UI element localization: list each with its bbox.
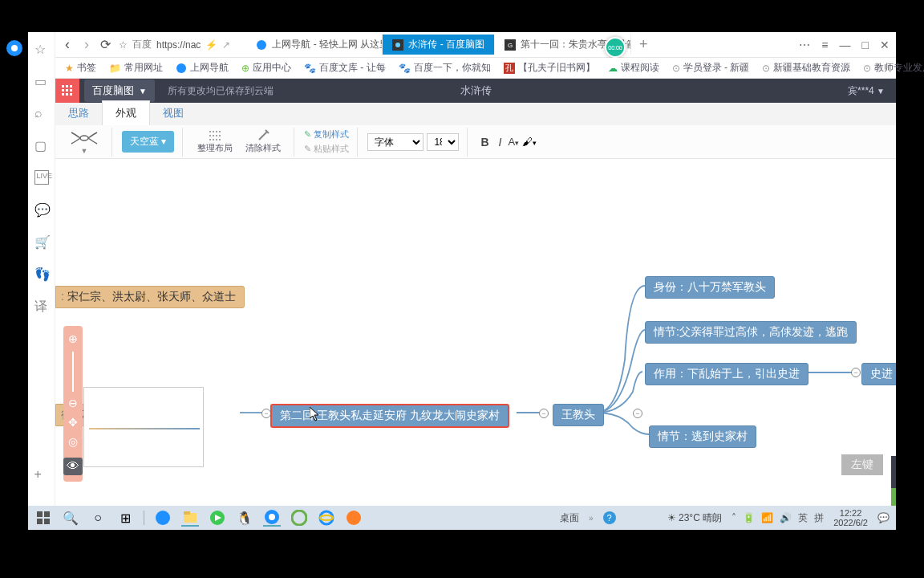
locate-button[interactable]: ◎ [66,435,80,450]
maximize-button[interactable]: □ [862,39,869,51]
auto-layout-button[interactable]: 整理布局 [192,128,237,156]
zoom-in-button[interactable]: ⊕ [66,332,80,347]
zoom-out-button[interactable]: ⊖ [66,397,80,411]
bookmark-item[interactable]: ⊕应用中心 [241,61,291,75]
start-button[interactable] [34,509,52,527]
paste-style-button[interactable]: ✎ 粘贴样式 [304,143,349,155]
nav-forward-button[interactable]: › [81,36,92,53]
firefox-taskbar-icon[interactable] [345,509,363,527]
reload-button[interactable]: ⟳ [100,37,111,52]
clock[interactable]: 12:22 2022/6/2 [833,508,868,527]
bookmark-item[interactable]: 📁常用网址 [109,61,163,75]
bookmark-item[interactable]: ⊙教师专业发展培训 [863,61,924,75]
clear-style-button[interactable]: 清除样式 [241,128,286,156]
cart-icon[interactable]: 🛒 [34,234,49,249]
address-bar[interactable]: ☆ 百度 https://nac ⚡ ↗ [119,38,230,51]
notification-icon[interactable]: 💬 [877,512,890,523]
more-icon[interactable]: ⋯ [799,39,810,51]
plus-icon[interactable]: + [34,467,49,482]
bookmark-item[interactable]: ☁课程阅读 [608,61,659,75]
font-family-select[interactable]: 字体 [367,133,424,151]
timer-badge[interactable]: 00:00 [605,37,626,58]
apps-grid-button[interactable] [55,79,79,103]
document-title[interactable]: 水浒传 [460,83,492,98]
show-desktop-label[interactable]: 桌面 [560,511,579,525]
taskview-button[interactable]: ⊞ [116,509,134,527]
tab-shitu[interactable]: 视图 [150,101,197,125]
minimap-toggle[interactable]: 👁 [63,458,83,475]
italic-button[interactable]: I [496,136,505,149]
mindmap-structure-button[interactable]: ▼ [65,128,103,157]
battery-icon[interactable]: 🔋 [743,512,755,523]
expand-toggle[interactable]: − [851,368,861,377]
bold-button[interactable]: B [477,136,492,149]
chat-icon[interactable]: 💬 [34,202,49,217]
help-icon[interactable]: ? [603,511,616,524]
tab-waiguan[interactable]: 外观 [102,100,150,125]
bookmark-item[interactable]: 🐾百度文库 - 让每 [304,61,386,75]
svg-point-27 [269,514,275,520]
new-tab-button[interactable]: + [631,36,656,53]
qq-taskbar-icon[interactable]: 🐧 [236,509,253,527]
mindmap-node[interactable]: 身份：八十万禁军教头 [645,276,775,299]
bookmark-item[interactable]: ★书签 [65,61,96,75]
ime-indicator[interactable]: 英 [798,511,808,525]
bookmark-item[interactable]: ⊙新疆基础教育资源 [762,61,850,75]
search-button[interactable]: 🔍 [62,509,79,527]
mindmap-node[interactable]: : 宋仁宗、洪太尉、张天师、众道士 [55,286,245,308]
footprint-icon[interactable]: 👣 [34,267,49,281]
translate-icon[interactable]: 译 [34,299,49,313]
mindmap-node[interactable]: 史进 [861,363,896,385]
copy-style-button[interactable]: ✎ 复制样式 [304,128,349,140]
fit-button[interactable]: ✥ [66,416,80,430]
search-icon[interactable]: ⌕ [34,106,49,120]
tray-expand-icon[interactable]: ˄ [732,512,736,523]
cortana-button[interactable]: ○ [89,509,107,527]
video-icon[interactable]: ▢ [34,138,49,153]
explorer-taskbar-icon[interactable] [181,509,199,527]
media-taskbar-icon[interactable] [209,509,226,527]
zoom-slider[interactable] [72,352,74,392]
bookmark-item[interactable]: ⊙学员登录 - 新疆 [672,61,750,75]
star-outline-icon[interactable]: ☆ [119,39,128,51]
tab-2[interactable]: 水浒传 - 百度脑图 [383,35,495,55]
mindmap-canvas[interactable]: : 宋仁宗、洪太尉、张天师、众道士 行: 灾、请天师、私放妖魔 − 第二回 王教… [55,159,896,506]
user-menu[interactable]: 宾***4 ▼ [848,84,896,98]
weather-widget[interactable]: ☀ 23°C 晴朗 [667,511,723,525]
mindmap-node[interactable]: 情节:父亲得罪过高俅，高俅发迹，逃跑 [645,321,857,344]
theme-select[interactable]: 天空蓝 ▾ [122,131,174,153]
flash-icon[interactable]: ⚡ [205,39,217,51]
tab-1[interactable]: 上网导航 - 轻快上网 从这里 [246,35,383,55]
minimap[interactable] [83,387,204,467]
ie-taskbar-icon[interactable] [318,509,335,527]
mindmap-node-selected[interactable]: 第二回 王教头私走延安府 九纹龙大闹史家村 [270,404,509,428]
share-icon[interactable]: ↗ [222,39,230,51]
edge-taskbar-icon[interactable] [154,509,172,527]
book-icon[interactable]: ▭ [34,74,49,88]
font-size-select[interactable]: 18 [427,133,459,151]
tab-silu[interactable]: 思路 [55,101,102,125]
brand-menu[interactable]: 百度脑图▼ [84,79,155,102]
ime-mode[interactable]: 拼 [814,511,824,525]
expand-toggle[interactable]: − [633,409,642,418]
mindmap-node[interactable]: 情节：逃到史家村 [649,425,756,448]
menu-icon[interactable]: ≡ [821,39,828,51]
close-button[interactable]: ✕ [880,39,890,51]
expand-toggle[interactable]: − [539,409,549,418]
font-color-button[interactable]: A▾ [508,136,519,148]
bookmark-item[interactable]: 🐾百度一下，你就知 [399,61,491,75]
star-icon[interactable]: ☆ [34,42,49,56]
highlight-color-button[interactable]: 🖌▾ [522,136,537,148]
bookmark-item[interactable]: 孔【孔夫子旧书网】 [504,61,595,75]
wifi-icon[interactable]: 📶 [761,512,773,523]
volume-icon[interactable]: 🔊 [780,512,792,523]
quark-taskbar-icon[interactable] [263,509,281,527]
browser2-taskbar-icon[interactable] [290,509,308,527]
nav-back-button[interactable]: ‹ [62,36,73,53]
bookmark-item[interactable]: 上网导航 [176,61,229,75]
svg-point-17 [80,136,88,140]
live-icon[interactable]: LIVE [34,170,49,185]
minimize-button[interactable]: — [840,39,851,51]
mindmap-node[interactable]: 王教头 [553,404,604,426]
mindmap-node[interactable]: 作用：下乱始于上，引出史进 [645,363,808,385]
